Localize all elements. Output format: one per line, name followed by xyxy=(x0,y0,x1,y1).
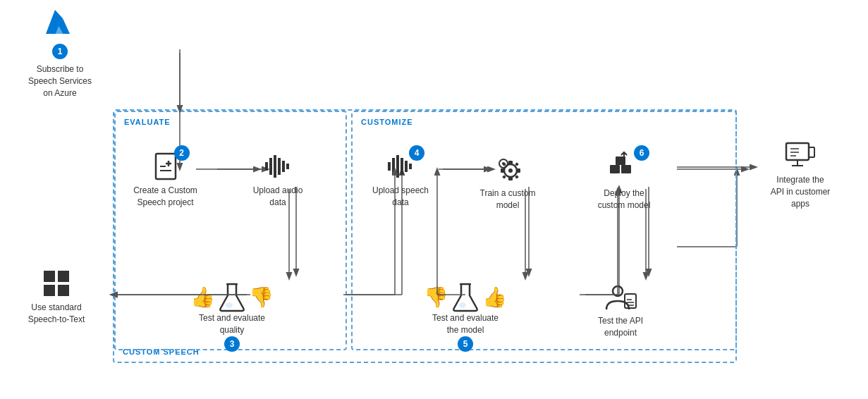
flask-icon-2 xyxy=(453,281,478,312)
step7-number: 5 xyxy=(458,336,473,352)
step7-label: Test and evaluatethe model xyxy=(416,312,515,336)
svg-rect-23 xyxy=(278,158,281,175)
integrate-api-icon xyxy=(783,137,817,171)
customize-label: CUSTOMIZE xyxy=(361,118,413,126)
svg-rect-61 xyxy=(786,143,809,160)
step2-number: 2 xyxy=(174,145,190,161)
step6-label: Train a custommodel xyxy=(472,188,543,211)
svg-rect-60 xyxy=(58,285,69,296)
svg-point-47 xyxy=(459,302,466,308)
customize-box: CUSTOMIZE 4 Upload speechdata xyxy=(351,111,737,350)
svg-rect-25 xyxy=(286,164,289,169)
svg-rect-38 xyxy=(501,168,504,173)
svg-rect-53 xyxy=(625,294,636,308)
step3-node: Upload audiodata xyxy=(243,151,313,209)
train-model-icon xyxy=(491,151,525,185)
thumbs-down-icon-1: 👎 xyxy=(249,286,274,309)
upload-audio-icon xyxy=(262,151,293,182)
flask-icon-1 xyxy=(219,281,245,312)
svg-point-35 xyxy=(508,168,513,173)
step8-label: Deploy thecustom model xyxy=(585,188,663,211)
svg-rect-37 xyxy=(508,177,513,180)
step1-node: 1 Subscribe to Speech Services on Azure xyxy=(14,7,106,99)
step7-node: 👎 👍 Test and evaluatethe model 5 xyxy=(416,281,515,355)
step9-label: Test the APIendpoint xyxy=(578,315,663,339)
step4-label: Test and evaluatequality xyxy=(186,312,278,336)
svg-rect-20 xyxy=(265,162,268,171)
svg-rect-30 xyxy=(396,155,399,178)
step1-number: 1 xyxy=(52,44,68,59)
svg-rect-50 xyxy=(616,156,625,165)
svg-rect-28 xyxy=(388,162,391,171)
step5-label: Upload speechdata xyxy=(365,185,436,209)
custom-speech-box: CUSTOM SPEECH EVALUATE 2 Create a Cu xyxy=(113,109,737,363)
svg-rect-22 xyxy=(274,155,276,178)
step3-number: 3 xyxy=(224,336,240,352)
step4-node: 👍 👎 Test and evaluatequality 3 xyxy=(186,281,278,355)
svg-rect-21 xyxy=(269,158,272,175)
step2-node: 2 Create a CustomSpeech project xyxy=(128,151,202,209)
evaluate-box: EVALUATE 2 Create a CustomSpeech project xyxy=(114,111,347,350)
step2-label: Create a CustomSpeech project xyxy=(128,185,202,209)
svg-point-27 xyxy=(226,302,233,308)
svg-rect-58 xyxy=(58,271,69,282)
step9-node: Test the APIendpoint xyxy=(578,281,663,339)
azure-logo-icon xyxy=(43,7,77,41)
step10-label: Integrate theAPI in customerapps xyxy=(754,174,846,209)
step8-node: 6 Deploy thecustom model xyxy=(585,151,663,211)
svg-rect-24 xyxy=(282,161,285,172)
svg-rect-59 xyxy=(44,285,55,296)
api-endpoint-icon xyxy=(604,281,637,315)
svg-rect-29 xyxy=(392,158,395,175)
thumbs-up-icon-2: 👍 xyxy=(482,286,507,309)
svg-rect-49 xyxy=(621,165,631,173)
svg-rect-33 xyxy=(409,164,412,169)
svg-rect-48 xyxy=(610,165,620,173)
step11-node: Use standardSpeech-to-Text xyxy=(14,268,99,326)
svg-rect-31 xyxy=(401,158,403,175)
step3-label: Upload audiodata xyxy=(243,185,313,209)
thumbs-down-icon-2: 👎 xyxy=(424,286,448,309)
svg-point-45 xyxy=(502,162,505,165)
step5-number: 4 xyxy=(409,145,424,161)
svg-rect-57 xyxy=(44,271,55,282)
thumbs-up-icon-1: 👍 xyxy=(190,286,215,309)
svg-rect-36 xyxy=(508,161,513,164)
standard-speech-icon xyxy=(41,268,72,299)
step10-node: Integrate theAPI in customerapps xyxy=(754,137,846,209)
svg-point-52 xyxy=(613,286,623,296)
step6-node: Train a custommodel xyxy=(472,151,543,211)
svg-rect-32 xyxy=(405,161,408,172)
step8-number: 6 xyxy=(634,145,649,161)
step1-label: Subscribe to Speech Services on Azure xyxy=(14,63,106,99)
diagram-container: 1 Subscribe to Speech Services on Azure … xyxy=(0,0,868,399)
step11-label: Use standardSpeech-to-Text xyxy=(14,302,99,326)
evaluate-label: EVALUATE xyxy=(124,118,171,126)
svg-rect-39 xyxy=(517,168,520,173)
step5-node: 4 Upload speechdata xyxy=(365,151,436,209)
